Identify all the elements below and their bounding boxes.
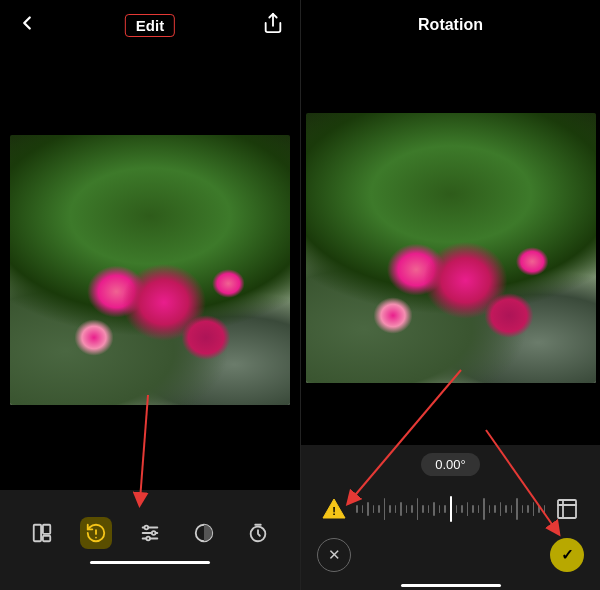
rotation-slider[interactable] xyxy=(355,490,546,528)
right-image-area xyxy=(301,50,600,445)
tick xyxy=(428,505,430,513)
tick xyxy=(362,505,364,513)
svg-rect-3 xyxy=(43,535,50,541)
crop-resize-button[interactable] xyxy=(550,492,584,526)
left-toolbar xyxy=(0,490,300,590)
confirm-button[interactable]: ✓ xyxy=(550,538,584,572)
tick xyxy=(400,502,402,516)
center-tick xyxy=(450,496,452,522)
tick xyxy=(516,498,518,520)
tick xyxy=(483,498,485,520)
slider-controls-row: ! xyxy=(301,484,600,534)
tool-timer[interactable] xyxy=(242,517,274,549)
cancel-button[interactable]: ✕ xyxy=(317,538,351,572)
toolbar-icons xyxy=(0,517,338,549)
tick xyxy=(433,502,435,516)
tick xyxy=(373,505,375,513)
tool-crop[interactable] xyxy=(0,517,4,549)
tick xyxy=(389,505,391,513)
tick xyxy=(461,505,463,513)
tick xyxy=(472,505,474,513)
degree-display: 0.00° xyxy=(421,453,480,476)
rotation-title: Rotation xyxy=(418,16,483,34)
right-panel: Rotation 0.00° ! xyxy=(300,0,600,590)
tick xyxy=(538,505,540,513)
confirm-icon: ✓ xyxy=(561,546,574,564)
svg-point-9 xyxy=(145,525,149,529)
tool-adjust[interactable] xyxy=(134,517,166,549)
left-header: Edit xyxy=(0,0,300,50)
photo-background xyxy=(10,135,290,405)
tick xyxy=(456,505,458,513)
tick xyxy=(505,505,507,513)
tick xyxy=(511,505,513,513)
right-photo-background xyxy=(306,113,596,383)
tick xyxy=(439,505,441,513)
tick xyxy=(417,498,419,520)
rotate-warning-button[interactable]: ! xyxy=(317,492,351,526)
tick xyxy=(384,498,386,520)
right-controls: 0.00° ! xyxy=(301,445,600,590)
toolbar-indicator xyxy=(90,561,210,564)
tick xyxy=(527,505,529,513)
left-panel: Edit xyxy=(0,0,300,590)
tool-layout[interactable] xyxy=(26,517,58,549)
svg-rect-20 xyxy=(558,500,576,518)
svg-point-11 xyxy=(146,536,150,540)
tick xyxy=(544,505,546,513)
tick xyxy=(378,505,380,513)
tick xyxy=(533,502,535,516)
tick xyxy=(356,505,358,513)
right-header: Rotation xyxy=(301,0,600,50)
svg-rect-1 xyxy=(34,524,41,541)
edit-label: Edit xyxy=(125,14,175,37)
home-indicator xyxy=(401,584,501,587)
cancel-icon: ✕ xyxy=(328,546,341,564)
tick xyxy=(395,505,397,513)
tick xyxy=(411,505,413,513)
tick xyxy=(489,505,491,513)
left-photo xyxy=(10,135,290,405)
svg-text:!: ! xyxy=(332,505,336,517)
svg-rect-2 xyxy=(43,524,50,533)
tool-rotate[interactable] xyxy=(80,517,112,549)
tick xyxy=(522,505,524,513)
share-button[interactable] xyxy=(262,12,284,39)
tick xyxy=(500,502,502,516)
tick xyxy=(494,505,496,513)
tick xyxy=(467,502,469,516)
bottom-action-row: ✕ ✓ xyxy=(301,534,600,580)
tick xyxy=(422,505,424,513)
bottom-bar xyxy=(401,580,501,590)
tick xyxy=(444,505,446,513)
left-image-area xyxy=(0,50,300,490)
svg-point-10 xyxy=(152,531,156,535)
tick xyxy=(406,505,408,513)
right-photo xyxy=(306,113,596,383)
tool-filter[interactable] xyxy=(188,517,220,549)
tick xyxy=(367,502,369,516)
back-button[interactable] xyxy=(16,12,38,39)
slider-ticks xyxy=(356,496,545,522)
tick xyxy=(478,505,480,513)
